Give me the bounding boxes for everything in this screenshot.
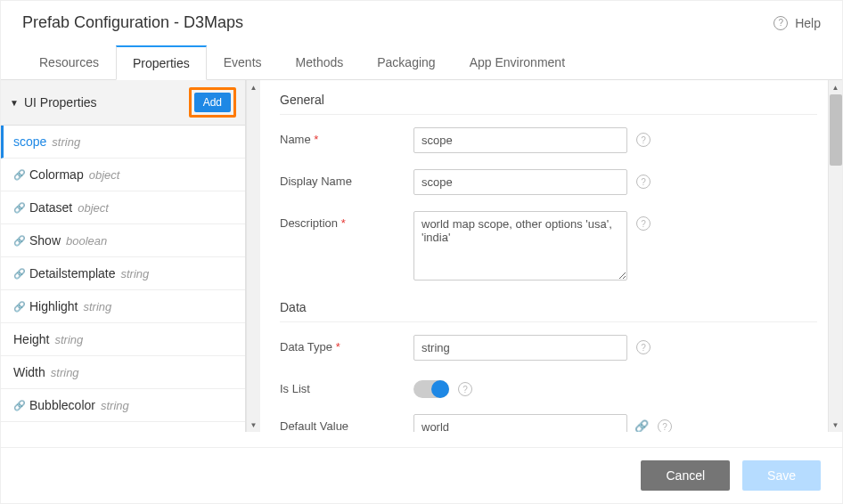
property-item-highlight[interactable]: 🔗Highlight string xyxy=(1,290,245,323)
scroll-up-icon[interactable]: ▲ xyxy=(829,80,842,94)
is-list-toggle[interactable] xyxy=(413,380,449,398)
description-label: Description xyxy=(280,216,338,230)
data-type-label: Data Type xyxy=(280,340,332,354)
add-highlight: Add xyxy=(189,87,236,118)
required-icon: * xyxy=(338,216,346,230)
scroll-up-icon[interactable]: ▲ xyxy=(247,80,260,94)
content-area: ▼ UI Properties Add scope string🔗Colorma… xyxy=(1,80,842,432)
add-button[interactable]: Add xyxy=(194,93,231,112)
help-label: Help xyxy=(795,16,821,30)
property-type: object xyxy=(89,168,120,182)
required-icon: * xyxy=(332,340,340,354)
caret-down-icon: ▼ xyxy=(10,98,19,108)
scroll-down-icon[interactable]: ▼ xyxy=(247,418,260,432)
link-icon: 🔗 xyxy=(13,169,24,180)
dialog-title: Prefab Configuration - D3Maps xyxy=(22,13,243,32)
help-icon[interactable]: ? xyxy=(636,216,651,231)
property-type: string xyxy=(121,267,150,280)
link-icon: 🔗 xyxy=(13,202,24,213)
property-name: ShowBubbles xyxy=(29,431,106,432)
field-name: Name * ? xyxy=(280,127,817,153)
section-general: General xyxy=(280,89,817,115)
required-icon: * xyxy=(311,133,319,146)
property-item-colormap[interactable]: 🔗Colormap object xyxy=(1,159,245,191)
sidebar: ▼ UI Properties Add scope string🔗Colorma… xyxy=(1,80,246,432)
link-icon: 🔗 xyxy=(13,268,24,279)
display-name-label: Display Name xyxy=(280,169,413,188)
dialog-header: Prefab Configuration - D3Maps ? Help xyxy=(1,1,842,45)
field-is-list: Is List ? xyxy=(280,377,817,398)
scroll-down-icon[interactable]: ▼ xyxy=(829,418,842,432)
property-item-show[interactable]: 🔗Show boolean xyxy=(1,224,245,257)
property-name: Colormap xyxy=(29,167,84,182)
save-button[interactable]: Save xyxy=(742,460,821,491)
property-list: scope string🔗Colormap object🔗Dataset obj… xyxy=(1,126,245,432)
property-type: string xyxy=(101,399,129,412)
property-name: scope xyxy=(13,134,46,149)
name-input[interactable] xyxy=(413,127,627,153)
sidebar-title[interactable]: ▼ UI Properties xyxy=(10,95,97,110)
section-data: Data xyxy=(280,297,817,322)
property-item-detailstemplate[interactable]: 🔗Detailstemplate string xyxy=(1,257,245,290)
description-input[interactable] xyxy=(413,211,627,280)
link-icon[interactable]: 🔗 xyxy=(634,419,649,432)
property-type: boolean xyxy=(66,234,107,248)
tab-properties[interactable]: Properties xyxy=(116,45,207,80)
field-default-value: Default Value 🔗 ? xyxy=(280,414,817,432)
property-name: Show xyxy=(29,233,61,248)
property-name: Height xyxy=(13,332,49,346)
help-icon[interactable]: ? xyxy=(636,133,651,147)
name-label: Name xyxy=(280,133,311,146)
property-item-dataset[interactable]: 🔗Dataset object xyxy=(1,191,245,224)
default-value-input[interactable] xyxy=(413,414,627,432)
main-scrollbar[interactable]: ▲ ▼ xyxy=(828,80,842,432)
tab-bar: Resources Properties Events Methods Pack… xyxy=(1,45,842,80)
field-data-type: Data Type * ? xyxy=(280,335,817,361)
property-name: Dataset xyxy=(29,200,72,215)
sidebar-scrollbar[interactable]: ▲ ▼ xyxy=(246,80,260,432)
help-icon[interactable]: ? xyxy=(636,175,651,189)
property-type: boolean xyxy=(111,432,152,433)
scroll-thumb[interactable] xyxy=(830,94,842,166)
field-description: Description * ? xyxy=(280,211,817,280)
display-name-input[interactable] xyxy=(413,169,627,195)
property-name: Detailstemplate xyxy=(29,266,116,280)
toggle-knob xyxy=(431,380,449,398)
property-name: Highlight xyxy=(29,299,78,313)
dialog-footer: Cancel Save xyxy=(1,447,842,503)
tab-events[interactable]: Events xyxy=(207,45,279,80)
help-button[interactable]: ? Help xyxy=(773,16,821,30)
property-name: Bubblecolor xyxy=(29,398,95,412)
property-type: string xyxy=(54,333,83,346)
property-type: string xyxy=(83,300,111,313)
tab-methods[interactable]: Methods xyxy=(279,45,361,80)
property-type: object xyxy=(78,201,109,215)
property-item-width[interactable]: Width string xyxy=(1,356,245,389)
link-icon: 🔗 xyxy=(13,400,24,411)
help-icon[interactable]: ? xyxy=(458,382,472,396)
property-item-bubblecolor[interactable]: 🔗Bubblecolor string xyxy=(1,389,245,422)
cancel-button[interactable]: Cancel xyxy=(641,460,730,491)
form-panel: General Name * ? Display Name ? Descript… xyxy=(260,80,842,432)
help-icon[interactable]: ? xyxy=(636,340,651,354)
default-value-label: Default Value xyxy=(280,414,413,432)
field-display-name: Display Name ? xyxy=(280,169,817,195)
property-type: string xyxy=(52,135,80,149)
property-item-scope[interactable]: scope string xyxy=(1,126,245,159)
tab-app-environment[interactable]: App Environment xyxy=(453,45,582,80)
help-icon[interactable]: ? xyxy=(658,419,672,432)
link-icon: 🔗 xyxy=(13,301,24,312)
is-list-label: Is List xyxy=(280,377,413,395)
tab-packaging[interactable]: Packaging xyxy=(360,45,452,80)
sidebar-header: ▼ UI Properties Add xyxy=(1,80,245,126)
property-name: Width xyxy=(13,365,45,379)
data-type-input[interactable] xyxy=(413,335,627,361)
property-item-height[interactable]: Height string xyxy=(1,323,245,356)
help-icon: ? xyxy=(773,16,788,30)
property-type: string xyxy=(51,366,79,379)
link-icon: 🔗 xyxy=(13,235,24,246)
property-item-showbubbles[interactable]: 🔗ShowBubbles boolean xyxy=(1,422,245,432)
tab-resources[interactable]: Resources xyxy=(22,45,116,80)
